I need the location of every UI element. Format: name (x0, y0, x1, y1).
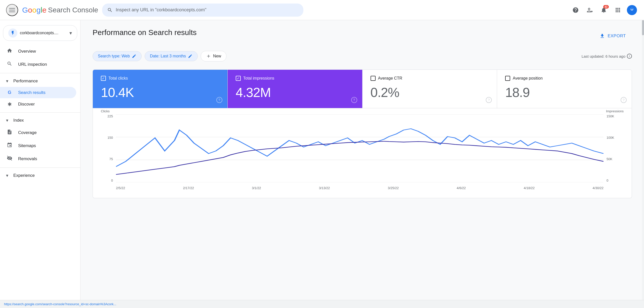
discover-icon: ✱ (6, 101, 13, 107)
divider-2 (0, 112, 80, 113)
x-label-2: 3/1/22 (252, 186, 261, 190)
sidebar-item-search-results[interactable]: G Search results (0, 87, 76, 98)
performance-section-header[interactable]: ▾ Performance (0, 75, 76, 87)
download-icon (599, 33, 605, 39)
top-header: Google Search Console Inspect any URL in… (0, 0, 644, 20)
svg-rect-2 (9, 12, 15, 12)
average-ctr-value: 0.2% (371, 85, 489, 100)
total-clicks-help[interactable]: ? (216, 97, 222, 103)
last-updated: Last updated: 6 hours ago i (582, 54, 632, 59)
sitemaps-icon (6, 142, 13, 149)
average-ctr-help[interactable]: ? (486, 97, 492, 103)
total-impressions-checkbox[interactable] (236, 76, 241, 81)
chevron-down-icon-2: ▾ (6, 118, 8, 123)
scrollbar-thumb[interactable] (642, 20, 644, 35)
new-filter-button[interactable]: New (201, 51, 226, 61)
average-position-help[interactable]: ? (621, 97, 627, 103)
page-layout: corkboardconcepts.... ▾ Overview URL ins… (0, 20, 644, 308)
sitemaps-label: Sitemaps (18, 143, 36, 148)
svg-rect-0 (9, 8, 15, 9)
notifications-button[interactable]: 43 (598, 4, 610, 16)
removals-icon (6, 155, 13, 162)
status-url: https://search.google.com/search-console… (4, 302, 116, 306)
manage-accounts-button[interactable] (584, 4, 596, 16)
y-left-150: 150 (107, 136, 113, 140)
divider-1 (0, 73, 80, 73)
average-position-value: 18.9 (505, 85, 624, 100)
scrollbar-track[interactable] (642, 20, 644, 303)
google-logo: Google (22, 6, 47, 14)
logo-area: Google Search Console (22, 6, 98, 14)
sidebar-item-url-inspection[interactable]: URL inspection (0, 58, 76, 71)
impressions-axis-label: Impressions (606, 109, 624, 113)
chart-svg-area (116, 114, 603, 182)
property-name: corkboardconcepts.... (20, 31, 67, 35)
x-label-5: 4/6/22 (457, 186, 466, 190)
sidebar-item-removals[interactable]: Removals (0, 152, 76, 165)
chevron-down-icon: ▾ (6, 78, 8, 84)
average-ctr-checkbox[interactable] (371, 76, 376, 81)
average-ctr-label: Average CTR (378, 76, 403, 81)
metric-card-average-position[interactable]: Average position 18.9 ? (497, 70, 632, 108)
user-avatar-button[interactable] (626, 4, 638, 16)
edit-date-icon (188, 54, 192, 58)
total-clicks-label: Total clicks (108, 76, 128, 81)
total-impressions-help[interactable]: ? (351, 97, 357, 103)
chart-wrapper: Clicks Impressions 225 150 75 0 150K 100… (101, 114, 624, 190)
sidebar-item-discover[interactable]: ✱ Discover (0, 98, 76, 110)
y-right-0: 0 (607, 179, 608, 182)
y-axis-left: 225 150 75 0 (101, 114, 116, 182)
experience-section-header[interactable]: ▾ Experience (0, 170, 76, 181)
avatar (627, 5, 637, 15)
coverage-icon (6, 129, 13, 136)
sidebar-item-sitemaps[interactable]: Sitemaps (0, 139, 76, 152)
coverage-label: Coverage (18, 130, 37, 135)
help-button[interactable] (570, 4, 582, 16)
index-sub-items: Coverage Sitemaps Removals (0, 126, 80, 165)
apps-button[interactable] (612, 4, 624, 16)
y-left-225: 225 (107, 114, 113, 118)
url-inspection-label: URL inspection (18, 62, 47, 67)
property-icon (8, 28, 17, 38)
performance-label: Performance (13, 79, 38, 84)
discover-label: Discover (18, 102, 35, 107)
performance-chart (116, 114, 603, 182)
export-button[interactable]: EXPORT (593, 30, 632, 42)
y-left-0: 0 (111, 179, 113, 182)
x-label-6: 4/18/22 (524, 186, 535, 190)
performance-sub-items: G Search results ✱ Discover (0, 87, 80, 110)
edit-icon (132, 54, 136, 58)
index-label: Index (13, 118, 24, 123)
date-filter[interactable]: Date: Last 3 months (145, 51, 198, 61)
metric-card-total-impressions[interactable]: Total impressions 4.32M ? (228, 70, 363, 108)
filter-bar: Search type: Web Date: Last 3 months New… (93, 51, 632, 61)
search-type-filter[interactable]: Search type: Web (93, 51, 142, 61)
experience-label: Experience (13, 173, 35, 178)
sidebar: corkboardconcepts.... ▾ Overview URL ins… (0, 20, 80, 308)
app-name: Search Console (48, 6, 98, 14)
average-position-checkbox[interactable] (505, 76, 510, 81)
plus-icon (206, 54, 211, 59)
x-label-7: 4/30/22 (593, 186, 603, 190)
total-impressions-label: Total impressions (243, 76, 274, 81)
metric-card-total-clicks[interactable]: Total clicks 10.4K ? (93, 70, 228, 108)
overview-label: Overview (18, 49, 36, 54)
x-label-1: 2/17/22 (183, 186, 194, 190)
metric-card-average-ctr[interactable]: Average CTR 0.2% ? (363, 70, 497, 108)
divider-3 (0, 167, 80, 168)
metric-cards: Total clicks 10.4K ? Total impressions 4… (93, 70, 632, 108)
url-search-bar[interactable]: Inspect any URL in "corkboardconcepts.co… (102, 4, 303, 17)
property-selector[interactable]: corkboardconcepts.... ▾ (3, 25, 77, 41)
sidebar-item-overview[interactable]: Overview (0, 45, 76, 58)
search-icon (6, 61, 13, 68)
index-section-header[interactable]: ▾ Index (0, 115, 76, 126)
total-clicks-checkbox[interactable] (101, 76, 106, 81)
hamburger-button[interactable] (6, 4, 18, 16)
y-right-150k: 150K (607, 114, 614, 118)
average-position-label: Average position (513, 76, 543, 81)
search-icon (107, 7, 113, 13)
home-icon (6, 48, 13, 55)
page-title: Performance on Search results (93, 28, 197, 37)
x-label-4: 3/25/22 (388, 186, 399, 190)
sidebar-item-coverage[interactable]: Coverage (0, 126, 76, 139)
